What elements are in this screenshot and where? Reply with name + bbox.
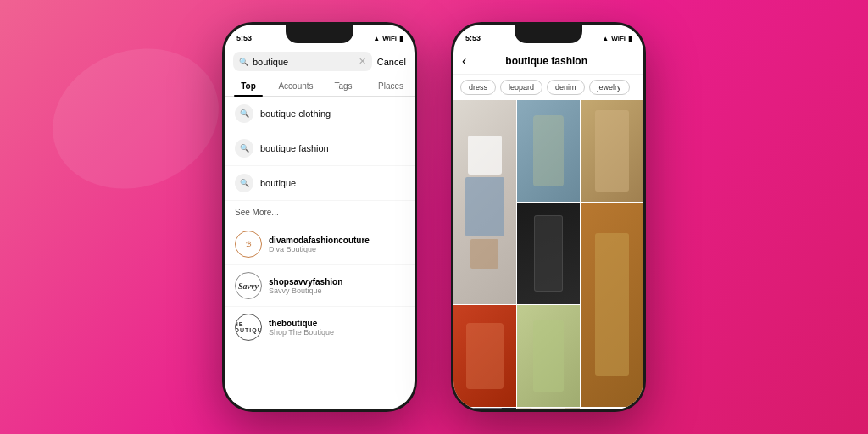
- grid-photo-5[interactable]: [581, 203, 643, 407]
- search-icon: 🔍: [239, 58, 248, 66]
- result-text-2: boutique: [260, 178, 296, 188]
- grid-photo-3[interactable]: [581, 100, 643, 202]
- search-icon-0: 🔍: [235, 104, 253, 123]
- grid-photo-6[interactable]: [453, 305, 516, 407]
- account-name-0: Diva Boutique: [269, 245, 404, 253]
- results-title: boutique fashion: [471, 55, 621, 67]
- tab-tags[interactable]: Tags: [320, 76, 367, 96]
- avatar-1: Savvy: [235, 272, 262, 299]
- cancel-button[interactable]: Cancel: [377, 57, 406, 67]
- filter-chips-row: dress leopard denim jewelry: [453, 75, 643, 100]
- back-button[interactable]: ‹: [462, 53, 466, 69]
- account-username-0: divamodafashioncouture: [269, 236, 404, 245]
- photo-grid: [453, 100, 643, 409]
- grid-photo-1[interactable]: [453, 100, 516, 304]
- notch: [286, 25, 353, 43]
- wifi-icon-right: WiFi: [611, 35, 626, 42]
- chip-jewelry[interactable]: jewelry: [589, 80, 630, 95]
- account-item-1[interactable]: Savvy shopsavvyfashion Savvy Boutique: [225, 265, 415, 307]
- account-username-2: theboutique: [269, 319, 404, 328]
- search-clear-icon[interactable]: ✕: [359, 56, 366, 67]
- status-icons-left: ▲ WiFi ▮: [373, 35, 403, 42]
- search-results-list: 🔍 boutique clothing 🔍 boutique fashion 🔍…: [225, 97, 415, 409]
- grid-photo-2[interactable]: [517, 100, 580, 202]
- search-query-text: boutique: [253, 57, 354, 67]
- chip-dress[interactable]: dress: [460, 80, 496, 95]
- result-item-1[interactable]: 🔍 boutique fashion: [225, 131, 415, 166]
- search-icon-1: 🔍: [235, 139, 253, 158]
- avatar-0: ℬ: [235, 231, 262, 258]
- account-info-1: shopsavvyfashion Savvy Boutique: [269, 277, 404, 295]
- result-text-0: boutique clothing: [260, 108, 331, 119]
- account-name-1: Savvy Boutique: [269, 287, 404, 295]
- tab-accounts[interactable]: Accounts: [272, 76, 320, 96]
- result-item-0[interactable]: 🔍 boutique clothing: [225, 97, 415, 131]
- search-box[interactable]: 🔍 boutique ✕: [233, 52, 372, 71]
- grid-photo-9[interactable]: [517, 408, 580, 409]
- tab-places[interactable]: Places: [367, 76, 415, 96]
- result-text-1: boutique fashion: [260, 143, 329, 153]
- right-phone: 5:53 ▲ WiFi ▮ ‹ boutique fashion dress l…: [451, 22, 646, 412]
- status-time-right: 5:53: [465, 34, 481, 42]
- search-bar-row: 🔍 boutique ✕ Cancel: [225, 48, 415, 76]
- search-icon-2: 🔍: [235, 174, 253, 192]
- tab-top[interactable]: Top: [225, 76, 272, 96]
- signal-icon-right: ▲: [602, 35, 609, 42]
- account-item-0[interactable]: ℬ divamodafashioncouture Diva Boutique: [225, 224, 415, 265]
- signal-icon: ▲: [373, 35, 380, 42]
- status-icons-right: ▲ WiFi ▮: [602, 35, 632, 42]
- battery-icon: ▮: [399, 35, 403, 42]
- notch-right: [515, 25, 582, 43]
- see-more-link[interactable]: See More...: [225, 201, 415, 224]
- grid-photo-8[interactable]: [453, 408, 516, 409]
- avatar-2: THEBOUTIQUE: [235, 314, 262, 341]
- grid-photo-4[interactable]: [517, 203, 580, 304]
- result-item-2[interactable]: 🔍 boutique: [225, 166, 415, 201]
- chip-denim[interactable]: denim: [547, 80, 585, 95]
- avatar-text-0: ℬ: [246, 241, 251, 248]
- account-info-2: theboutique Shop The Boutique: [269, 319, 404, 337]
- chip-leopard[interactable]: leopard: [500, 80, 542, 95]
- account-username-1: shopsavvyfashion: [269, 277, 404, 287]
- battery-icon-right: ▮: [628, 35, 632, 42]
- account-name-2: Shop The Boutique: [269, 328, 404, 337]
- status-time-left: 5:53: [236, 34, 252, 42]
- account-info-0: divamodafashioncouture Diva Boutique: [269, 236, 404, 253]
- account-item-2[interactable]: THEBOUTIQUE theboutique Shop The Boutiqu…: [225, 307, 415, 348]
- search-tabs: Top Accounts Tags Places: [225, 76, 415, 97]
- wifi-icon: WiFi: [382, 35, 397, 42]
- results-header: ‹ boutique fashion: [453, 48, 643, 75]
- left-phone: 5:53 ▲ WiFi ▮ 🔍 boutique ✕ Cancel Top Ac…: [222, 22, 417, 412]
- avatar-text-2: THEBOUTIQUE: [235, 321, 262, 333]
- grid-photo-7[interactable]: [517, 305, 580, 407]
- avatar-text-1: Savvy: [238, 281, 259, 291]
